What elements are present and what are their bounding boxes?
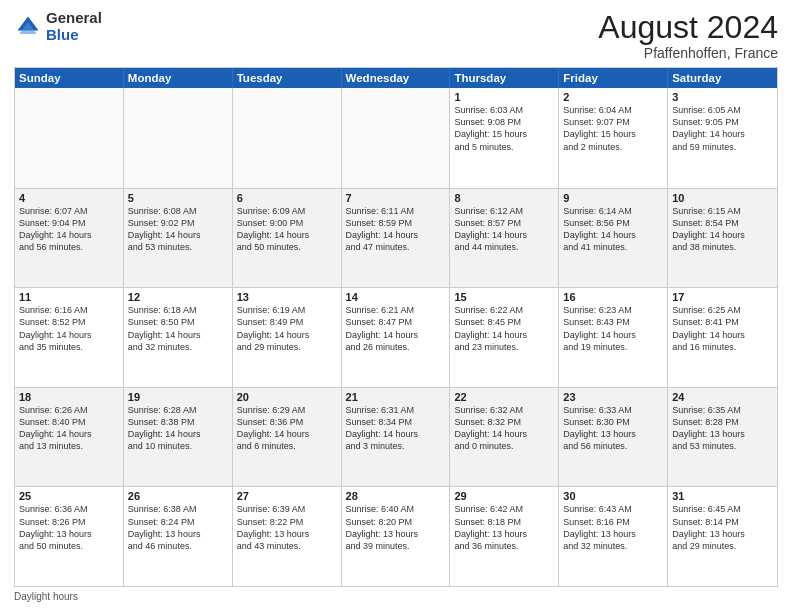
calendar-body: 1Sunrise: 6:03 AM Sunset: 9:08 PM Daylig…	[15, 88, 777, 586]
cal-cell: 19Sunrise: 6:28 AM Sunset: 8:38 PM Dayli…	[124, 388, 233, 487]
cell-text: Sunrise: 6:19 AM Sunset: 8:49 PM Dayligh…	[237, 304, 337, 353]
cell-text: Sunrise: 6:26 AM Sunset: 8:40 PM Dayligh…	[19, 404, 119, 453]
day-number: 8	[454, 192, 554, 204]
day-number: 6	[237, 192, 337, 204]
cal-cell: 30Sunrise: 6:43 AM Sunset: 8:16 PM Dayli…	[559, 487, 668, 586]
calendar: SundayMondayTuesdayWednesdayThursdayFrid…	[14, 67, 778, 587]
day-number: 2	[563, 91, 663, 103]
day-number: 27	[237, 490, 337, 502]
cell-text: Sunrise: 6:33 AM Sunset: 8:30 PM Dayligh…	[563, 404, 663, 453]
logo-icon	[14, 13, 42, 41]
cell-text: Sunrise: 6:05 AM Sunset: 9:05 PM Dayligh…	[672, 104, 773, 153]
header-day-monday: Monday	[124, 68, 233, 88]
cal-cell: 16Sunrise: 6:23 AM Sunset: 8:43 PM Dayli…	[559, 288, 668, 387]
cell-text: Sunrise: 6:35 AM Sunset: 8:28 PM Dayligh…	[672, 404, 773, 453]
month-year-title: August 2024	[598, 10, 778, 45]
cal-cell: 21Sunrise: 6:31 AM Sunset: 8:34 PM Dayli…	[342, 388, 451, 487]
day-number: 26	[128, 490, 228, 502]
logo-blue-label: Blue	[46, 27, 102, 44]
cal-cell: 9Sunrise: 6:14 AM Sunset: 8:56 PM Daylig…	[559, 189, 668, 288]
cal-row: 18Sunrise: 6:26 AM Sunset: 8:40 PM Dayli…	[15, 387, 777, 487]
day-number: 3	[672, 91, 773, 103]
cal-row: 25Sunrise: 6:36 AM Sunset: 8:26 PM Dayli…	[15, 486, 777, 586]
cell-text: Sunrise: 6:14 AM Sunset: 8:56 PM Dayligh…	[563, 205, 663, 254]
day-number: 28	[346, 490, 446, 502]
cell-text: Sunrise: 6:04 AM Sunset: 9:07 PM Dayligh…	[563, 104, 663, 153]
cal-cell: 18Sunrise: 6:26 AM Sunset: 8:40 PM Dayli…	[15, 388, 124, 487]
day-number: 16	[563, 291, 663, 303]
cal-cell: 7Sunrise: 6:11 AM Sunset: 8:59 PM Daylig…	[342, 189, 451, 288]
title-section: August 2024 Pfaffenhoffen, France	[598, 10, 778, 61]
calendar-header: SundayMondayTuesdayWednesdayThursdayFrid…	[15, 68, 777, 88]
cal-cell: 13Sunrise: 6:19 AM Sunset: 8:49 PM Dayli…	[233, 288, 342, 387]
cal-cell: 28Sunrise: 6:40 AM Sunset: 8:20 PM Dayli…	[342, 487, 451, 586]
cell-text: Sunrise: 6:12 AM Sunset: 8:57 PM Dayligh…	[454, 205, 554, 254]
cal-cell: 20Sunrise: 6:29 AM Sunset: 8:36 PM Dayli…	[233, 388, 342, 487]
cal-cell	[15, 88, 124, 188]
cell-text: Sunrise: 6:23 AM Sunset: 8:43 PM Dayligh…	[563, 304, 663, 353]
top-section: General Blue August 2024 Pfaffenhoffen, …	[14, 10, 778, 61]
day-number: 21	[346, 391, 446, 403]
logo: General Blue	[14, 10, 102, 43]
day-number: 30	[563, 490, 663, 502]
cal-cell: 24Sunrise: 6:35 AM Sunset: 8:28 PM Dayli…	[668, 388, 777, 487]
cal-row: 4Sunrise: 6:07 AM Sunset: 9:04 PM Daylig…	[15, 188, 777, 288]
cell-text: Sunrise: 6:42 AM Sunset: 8:18 PM Dayligh…	[454, 503, 554, 552]
header-day-thursday: Thursday	[450, 68, 559, 88]
cal-cell: 17Sunrise: 6:25 AM Sunset: 8:41 PM Dayli…	[668, 288, 777, 387]
day-number: 20	[237, 391, 337, 403]
cal-cell: 6Sunrise: 6:09 AM Sunset: 9:00 PM Daylig…	[233, 189, 342, 288]
cal-cell: 23Sunrise: 6:33 AM Sunset: 8:30 PM Dayli…	[559, 388, 668, 487]
header-day-saturday: Saturday	[668, 68, 777, 88]
day-number: 11	[19, 291, 119, 303]
day-number: 1	[454, 91, 554, 103]
day-number: 4	[19, 192, 119, 204]
header-day-friday: Friday	[559, 68, 668, 88]
cal-row: 11Sunrise: 6:16 AM Sunset: 8:52 PM Dayli…	[15, 287, 777, 387]
cal-cell: 3Sunrise: 6:05 AM Sunset: 9:05 PM Daylig…	[668, 88, 777, 188]
day-number: 29	[454, 490, 554, 502]
location-label: Pfaffenhoffen, France	[598, 45, 778, 61]
cell-text: Sunrise: 6:43 AM Sunset: 8:16 PM Dayligh…	[563, 503, 663, 552]
cal-cell: 14Sunrise: 6:21 AM Sunset: 8:47 PM Dayli…	[342, 288, 451, 387]
cal-cell: 1Sunrise: 6:03 AM Sunset: 9:08 PM Daylig…	[450, 88, 559, 188]
cell-text: Sunrise: 6:03 AM Sunset: 9:08 PM Dayligh…	[454, 104, 554, 153]
cal-cell: 15Sunrise: 6:22 AM Sunset: 8:45 PM Dayli…	[450, 288, 559, 387]
day-number: 7	[346, 192, 446, 204]
cal-cell: 27Sunrise: 6:39 AM Sunset: 8:22 PM Dayli…	[233, 487, 342, 586]
day-number: 24	[672, 391, 773, 403]
cal-cell: 31Sunrise: 6:45 AM Sunset: 8:14 PM Dayli…	[668, 487, 777, 586]
cal-cell: 22Sunrise: 6:32 AM Sunset: 8:32 PM Dayli…	[450, 388, 559, 487]
day-number: 13	[237, 291, 337, 303]
day-number: 14	[346, 291, 446, 303]
cal-cell: 25Sunrise: 6:36 AM Sunset: 8:26 PM Dayli…	[15, 487, 124, 586]
day-number: 5	[128, 192, 228, 204]
cal-cell	[233, 88, 342, 188]
cell-text: Sunrise: 6:22 AM Sunset: 8:45 PM Dayligh…	[454, 304, 554, 353]
cal-row: 1Sunrise: 6:03 AM Sunset: 9:08 PM Daylig…	[15, 88, 777, 188]
logo-general-label: General	[46, 10, 102, 27]
day-number: 9	[563, 192, 663, 204]
footer-note: Daylight hours	[14, 591, 778, 602]
day-number: 17	[672, 291, 773, 303]
cal-cell: 5Sunrise: 6:08 AM Sunset: 9:02 PM Daylig…	[124, 189, 233, 288]
cell-text: Sunrise: 6:38 AM Sunset: 8:24 PM Dayligh…	[128, 503, 228, 552]
cell-text: Sunrise: 6:18 AM Sunset: 8:50 PM Dayligh…	[128, 304, 228, 353]
cell-text: Sunrise: 6:36 AM Sunset: 8:26 PM Dayligh…	[19, 503, 119, 552]
cell-text: Sunrise: 6:31 AM Sunset: 8:34 PM Dayligh…	[346, 404, 446, 453]
day-number: 18	[19, 391, 119, 403]
cell-text: Sunrise: 6:45 AM Sunset: 8:14 PM Dayligh…	[672, 503, 773, 552]
day-number: 22	[454, 391, 554, 403]
header-day-sunday: Sunday	[15, 68, 124, 88]
cell-text: Sunrise: 6:25 AM Sunset: 8:41 PM Dayligh…	[672, 304, 773, 353]
day-number: 19	[128, 391, 228, 403]
day-number: 10	[672, 192, 773, 204]
header-day-tuesday: Tuesday	[233, 68, 342, 88]
cal-cell	[124, 88, 233, 188]
day-number: 31	[672, 490, 773, 502]
cell-text: Sunrise: 6:07 AM Sunset: 9:04 PM Dayligh…	[19, 205, 119, 254]
cell-text: Sunrise: 6:08 AM Sunset: 9:02 PM Dayligh…	[128, 205, 228, 254]
cell-text: Sunrise: 6:15 AM Sunset: 8:54 PM Dayligh…	[672, 205, 773, 254]
cell-text: Sunrise: 6:28 AM Sunset: 8:38 PM Dayligh…	[128, 404, 228, 453]
day-number: 15	[454, 291, 554, 303]
